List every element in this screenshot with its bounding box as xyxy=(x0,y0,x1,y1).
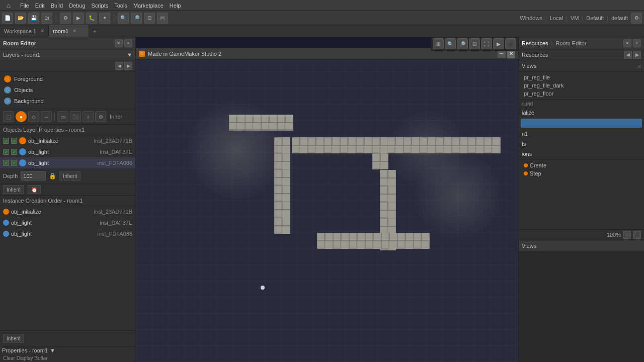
tab-resources[interactable]: Resources xyxy=(522,40,548,46)
menubar: ⌂ File Edit Build Debug Scripts Tools Ma… xyxy=(0,0,644,11)
obj-row-2[interactable]: ✓ ✓ obj_light inst_FDFA086 xyxy=(0,157,135,168)
toolbar-debug[interactable]: 🐛 xyxy=(86,13,97,24)
toolbar-new[interactable]: 📄 xyxy=(2,13,13,24)
obj-vis-2[interactable]: ✓ xyxy=(11,160,17,166)
event-step[interactable]: Step xyxy=(522,169,641,177)
canvas-zoom-fit[interactable]: ⊡ xyxy=(469,38,480,49)
toolbar-clean[interactable]: ✦ xyxy=(99,13,110,24)
foreground-layer[interactable]: ○ Foreground xyxy=(0,73,135,84)
depth-inherit-btn[interactable]: Inherit xyxy=(59,171,80,180)
inst-row-2[interactable]: obj_light inst_FDFA086 xyxy=(0,228,135,239)
toolbar-zoom-out[interactable]: 🔎 xyxy=(131,13,142,24)
tool-rect[interactable]: ▭ xyxy=(57,111,68,122)
resource-2[interactable]: pr_reg_floor xyxy=(522,89,641,98)
tab-room1[interactable]: room1 ✕ xyxy=(49,25,89,37)
res-nav-left[interactable]: ◀ xyxy=(624,51,632,59)
panel-close-btn[interactable]: ✕ xyxy=(115,39,123,47)
menu-debug[interactable]: Debug xyxy=(69,3,85,9)
canvas-zoom-out[interactable]: 🔎 xyxy=(457,38,468,49)
menu-edit[interactable]: Edit xyxy=(35,3,45,9)
resource-scroll-area[interactable]: Views xyxy=(519,240,644,362)
right-add-btn[interactable]: + xyxy=(633,39,641,47)
vm-menu[interactable]: VM xyxy=(571,15,579,21)
svg-rect-37 xyxy=(274,218,290,234)
menu-file[interactable]: File xyxy=(20,3,29,9)
tab-workspace[interactable]: Workspace 1 ✕ xyxy=(0,25,49,37)
tool-move[interactable]: ↔ xyxy=(41,111,52,122)
obj-checkbox-0[interactable]: ✓ xyxy=(3,138,9,144)
layers-dropdown[interactable]: Layers - room1 ▼ xyxy=(0,49,135,60)
toolbar-open[interactable]: 📂 xyxy=(15,13,26,24)
resource-1[interactable]: pr_reg_tile_dark xyxy=(522,81,641,89)
inst-name-2: obj_light xyxy=(11,231,95,237)
event-create[interactable]: Create xyxy=(522,161,641,169)
local-menu[interactable]: Local xyxy=(550,15,563,21)
properties-dropdown[interactable]: Properties - room1 ▼ xyxy=(2,347,55,353)
tab-room-editor[interactable]: Room Editor xyxy=(555,40,586,46)
toolbar-settings[interactable]: ⚙ xyxy=(631,13,642,24)
obj-row-1[interactable]: ✓ ✓ obj_light inst_DAF37E xyxy=(0,146,135,157)
game-canvas-bg[interactable] xyxy=(136,59,518,362)
objects-layer[interactable]: ⬡ Objects xyxy=(0,84,135,96)
dialog-title: Made in GameMaker Studio 2 xyxy=(148,51,495,57)
menu-tools[interactable]: Tools xyxy=(114,3,127,9)
background-layer[interactable]: ⬡ Background xyxy=(0,96,135,107)
inherit-btn-bottom[interactable]: Inherit xyxy=(3,185,24,194)
toolbar: 📄 📂 💾 🗂 ⚙ ▶ 🐛 ✦ 🔍 🔎 ⊡ 🎮 Windows | Local … xyxy=(0,11,644,25)
zoom-scroll[interactable]: ⬛ xyxy=(633,231,641,239)
tab-add-btn[interactable]: + xyxy=(89,25,100,37)
inst-row-1[interactable]: obj_light inst_DAF37E xyxy=(0,217,135,228)
views-icon[interactable]: ≡ xyxy=(638,63,641,69)
background-icon: ⬡ xyxy=(4,98,11,105)
toolbar-zoom-in[interactable]: 🔍 xyxy=(118,13,129,24)
menu-marketplace[interactable]: Marketplace xyxy=(133,3,164,9)
tool-select[interactable]: ⬚ xyxy=(3,111,14,122)
canvas-stop[interactable]: ⬛ xyxy=(505,38,516,49)
zoom-minus[interactable]: ─ xyxy=(623,231,631,239)
res-nav-right[interactable]: ▶ xyxy=(633,51,641,59)
nav-left[interactable]: ◀ xyxy=(115,62,123,70)
toolbar-save-all[interactable]: 🗂 xyxy=(41,13,52,24)
canvas-grid-btn[interactable]: ⊞ xyxy=(433,38,444,49)
obj-name-2: obj_light xyxy=(28,160,95,166)
inst-name-0: obj_initialize xyxy=(11,209,92,215)
canvas-fullscreen[interactable]: ⛶ xyxy=(481,38,492,49)
clear-display-row[interactable]: Clear Display Buffer xyxy=(0,354,135,362)
panel-add-btn[interactable]: + xyxy=(124,39,132,47)
lock-icon[interactable]: 🔒 xyxy=(49,172,56,179)
default-menu[interactable]: Default xyxy=(586,15,604,21)
toolbar-zoom-fit[interactable]: ⊡ xyxy=(144,13,155,24)
instance-creation-list: obj_initialize inst_23AD771B obj_light i… xyxy=(0,206,135,331)
tool-flip[interactable]: ↕ xyxy=(83,111,94,122)
toolbar-gamepad[interactable]: 🎮 xyxy=(157,13,168,24)
obj-vis-1[interactable]: ✓ xyxy=(11,149,17,155)
windows-menu[interactable]: Windows xyxy=(520,15,542,21)
tool-fill[interactable]: ⬛ xyxy=(70,111,81,122)
home-icon[interactable]: ⌂ xyxy=(3,0,14,11)
toolbar-save[interactable]: 💾 xyxy=(28,13,39,24)
menu-build[interactable]: Build xyxy=(51,3,63,9)
menu-scripts[interactable]: Scripts xyxy=(92,3,109,9)
resource-0[interactable]: pr_reg_tile xyxy=(522,73,641,81)
nav-right[interactable]: ▶ xyxy=(124,62,132,70)
obj-checkbox-2[interactable]: ✓ xyxy=(3,160,9,166)
toolbar-build[interactable]: ⚙ xyxy=(60,13,71,24)
canvas-zoom-in[interactable]: 🔍 xyxy=(445,38,456,49)
tool-draw[interactable]: ● xyxy=(16,111,27,122)
bottom-inherit-btn[interactable]: Inherit xyxy=(3,334,24,343)
canvas-play[interactable]: ▶ xyxy=(493,38,504,49)
obj-vis-0[interactable]: ✓ xyxy=(11,138,17,144)
depth-input[interactable] xyxy=(21,171,46,180)
tool-erase[interactable]: ◇ xyxy=(28,111,39,122)
toolbar-run[interactable]: ▶ xyxy=(73,13,84,24)
workspace-tab-close[interactable]: ✕ xyxy=(40,28,44,34)
right-close-btn[interactable]: ✕ xyxy=(623,39,631,47)
obj-checkbox-1[interactable]: ✓ xyxy=(3,149,9,155)
profile-menu[interactable]: default xyxy=(611,15,628,21)
menu-help[interactable]: Help xyxy=(170,3,181,9)
room1-tab-close[interactable]: ✕ xyxy=(72,28,76,34)
inst-row-0[interactable]: obj_initialize inst_23AD771B xyxy=(0,206,135,217)
clock-btn[interactable]: ⏰ xyxy=(28,185,41,194)
tool-settings[interactable]: ⚙ xyxy=(95,111,106,122)
obj-row-0[interactable]: ✓ ✓ obj_initialize inst_23AD771B xyxy=(0,135,135,146)
